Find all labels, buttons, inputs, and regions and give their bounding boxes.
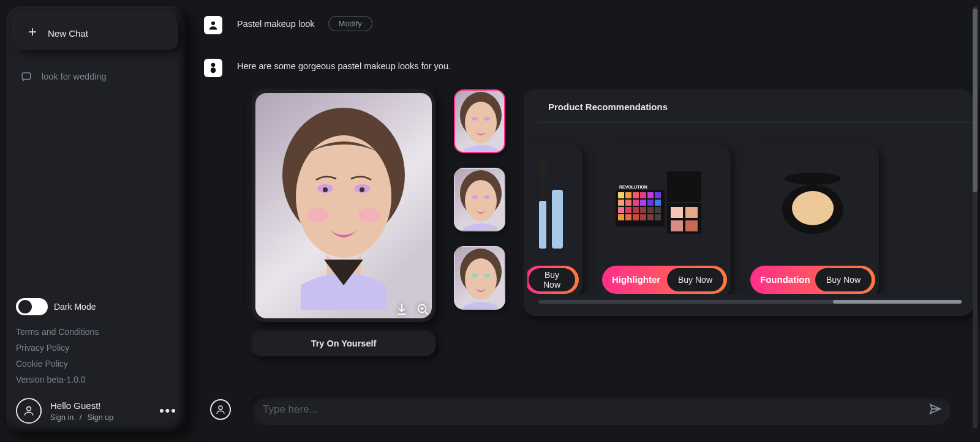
more-menu-button[interactable]: ••• xyxy=(159,403,177,419)
user-icon xyxy=(208,20,219,31)
face-illustration xyxy=(455,247,505,310)
send-button[interactable] xyxy=(929,402,942,418)
face-illustration xyxy=(455,169,505,231)
svg-rect-43 xyxy=(618,200,624,206)
svg-rect-32 xyxy=(671,207,683,218)
svg-point-1 xyxy=(27,406,31,411)
sidebar-footer: Dark Mode Terms and Conditions Privacy P… xyxy=(15,294,178,424)
svg-rect-40 xyxy=(640,192,646,198)
result-area: Try On Yourself xyxy=(252,89,974,356)
chat-history-label: look for wedding xyxy=(42,72,107,81)
svg-rect-59 xyxy=(647,214,654,220)
svg-point-17 xyxy=(484,117,490,121)
cookie-link[interactable]: Cookie Policy xyxy=(16,356,177,372)
thumbnail-column xyxy=(454,89,505,356)
svg-point-24 xyxy=(472,274,478,277)
svg-rect-34 xyxy=(671,220,683,231)
svg-rect-53 xyxy=(647,207,654,213)
composer-avatar[interactable] xyxy=(210,399,231,420)
chat-history: look for wedding xyxy=(15,66,178,87)
svg-point-3 xyxy=(211,63,216,67)
sidebar: New Chat look for wedding Dark Mode Term… xyxy=(6,6,187,433)
svg-rect-51 xyxy=(633,207,639,213)
svg-rect-52 xyxy=(640,207,646,213)
signin-link[interactable]: Sign in xyxy=(50,413,74,422)
svg-rect-45 xyxy=(633,200,639,206)
signup-link[interactable]: Sign up xyxy=(88,413,113,422)
svg-rect-46 xyxy=(640,200,646,206)
svg-rect-30 xyxy=(667,171,701,202)
main-look-image[interactable] xyxy=(255,93,432,318)
svg-text:REVOLUTION: REVOLUTION xyxy=(619,185,647,189)
svg-rect-4 xyxy=(211,67,216,73)
svg-rect-55 xyxy=(618,214,624,220)
look-thumbnail-3[interactable] xyxy=(454,246,505,310)
product-card[interactable]: Foundation Buy Now xyxy=(747,144,879,294)
svg-point-19 xyxy=(465,180,497,222)
toggle-knob xyxy=(18,300,32,313)
user-message-row: Pastel makeup look Modify xyxy=(204,16,974,34)
version-text: Version beta-1.0.0 xyxy=(16,372,177,393)
look-thumbnail-2[interactable] xyxy=(454,168,505,231)
try-on-button[interactable]: Try On Yourself xyxy=(252,331,435,356)
sep: / xyxy=(80,413,81,422)
products-row[interactable]: Buy Now xyxy=(527,122,974,294)
mascara-icon xyxy=(533,159,570,251)
avatar[interactable] xyxy=(16,398,42,424)
main: Pastel makeup look Modify Here are some … xyxy=(193,0,980,442)
product-scrollbar-track[interactable] xyxy=(538,300,962,304)
user-row: Hello Guest! Sign in / Sign up ••• xyxy=(16,398,177,424)
user-icon xyxy=(23,405,35,417)
palette-icon: REVOLUTION xyxy=(616,171,714,239)
modify-button[interactable]: Modify xyxy=(328,16,372,31)
bot-icon xyxy=(207,62,219,74)
product-name: Highlighter xyxy=(612,274,660,285)
terms-link[interactable]: Terms and Conditions xyxy=(16,324,177,340)
user-icon xyxy=(215,404,226,415)
zoom-icon[interactable] xyxy=(416,302,429,316)
scrollbar-track[interactable] xyxy=(973,6,978,429)
composer-input[interactable] xyxy=(263,403,929,416)
dark-mode-label: Dark Mode xyxy=(54,302,96,312)
svg-rect-0 xyxy=(22,73,31,80)
main-image-column: Try On Yourself xyxy=(252,89,435,356)
svg-rect-56 xyxy=(625,214,631,220)
scrollbar-thumb[interactable] xyxy=(973,9,978,192)
svg-rect-42 xyxy=(655,192,661,198)
chat-history-item[interactable]: look for wedding xyxy=(18,66,175,87)
bot-avatar xyxy=(204,59,222,77)
composer-row xyxy=(204,386,974,436)
face-illustration xyxy=(455,91,505,153)
svg-point-62 xyxy=(785,173,841,185)
bot-message-row: Here are some gorgeous pastel makeup loo… xyxy=(204,59,974,77)
look-thumbnail-1[interactable] xyxy=(454,89,505,153)
svg-rect-37 xyxy=(618,192,624,198)
dark-mode-toggle[interactable] xyxy=(16,298,48,315)
svg-point-65 xyxy=(219,406,222,410)
buy-now-button[interactable]: Buy Now xyxy=(529,268,575,291)
svg-point-12 xyxy=(358,208,380,222)
svg-rect-41 xyxy=(647,192,654,198)
svg-rect-33 xyxy=(685,207,698,218)
svg-point-11 xyxy=(307,208,329,222)
download-icon[interactable] xyxy=(395,302,409,316)
buy-now-button[interactable]: Buy Now xyxy=(815,268,872,291)
plus-icon xyxy=(27,28,38,39)
compact-icon xyxy=(776,171,850,239)
products-panel: Product Recommendations Buy Now xyxy=(524,89,974,316)
product-card[interactable]: Buy Now xyxy=(527,144,582,294)
privacy-link[interactable]: Privacy Policy xyxy=(16,340,177,356)
svg-rect-35 xyxy=(685,220,698,231)
product-scrollbar-thumb[interactable] xyxy=(833,300,962,304)
svg-point-64 xyxy=(792,191,834,225)
bot-reply-text: Here are some gorgeous pastel makeup loo… xyxy=(237,59,451,71)
svg-point-16 xyxy=(472,117,478,121)
svg-rect-49 xyxy=(618,207,624,213)
product-card[interactable]: REVOLUTION Highlighter Buy Now xyxy=(598,144,731,294)
buy-now-button[interactable]: Buy Now xyxy=(667,268,723,291)
svg-point-15 xyxy=(465,102,497,143)
new-chat-button[interactable]: New Chat xyxy=(15,16,178,50)
products-title: Product Recommendations xyxy=(548,102,974,112)
user-avatar xyxy=(204,16,222,34)
svg-rect-29 xyxy=(539,201,546,249)
